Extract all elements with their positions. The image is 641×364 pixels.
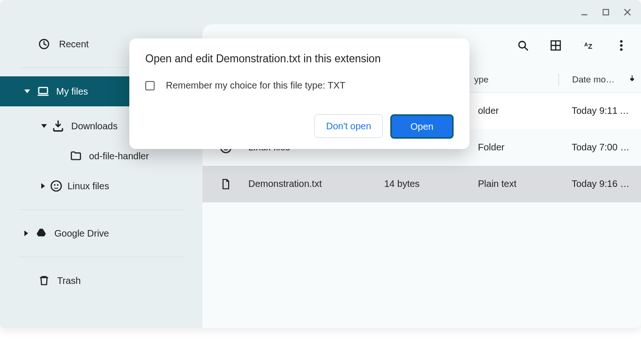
sidebar-item-linux-files[interactable]: Linux files <box>0 171 202 201</box>
window-titlebar <box>0 0 641 24</box>
column-date-label: Date mo… <box>572 74 615 85</box>
svg-point-7 <box>51 181 61 191</box>
file-date: Today 9:11 AM <box>572 105 641 116</box>
svg-line-11 <box>525 47 527 50</box>
sidebar-item-label: Google Drive <box>54 228 109 239</box>
view-grid-button[interactable] <box>549 39 562 52</box>
svg-point-18 <box>620 44 622 46</box>
chevron-right-icon <box>24 230 28 236</box>
sidebar-item-label: Downloads <box>71 121 118 132</box>
chevron-right-icon <box>41 183 45 189</box>
sidebar-item-label: My files <box>56 86 88 97</box>
svg-rect-5 <box>39 88 48 94</box>
trash-icon <box>37 274 51 287</box>
file-type: older <box>478 105 572 116</box>
sidebar-item-label: od-file-handler <box>89 151 149 162</box>
svg-point-8 <box>54 184 55 186</box>
sidebar-item-label: Linux files <box>67 181 109 192</box>
open-file-dialog: Open and edit Demonstration.txt in this … <box>129 38 470 149</box>
svg-point-17 <box>620 40 622 43</box>
dialog-title: Open and edit Demonstration.txt in this … <box>145 52 454 65</box>
sidebar-divider <box>19 209 184 210</box>
sort-descending-icon <box>628 74 636 85</box>
chevron-down-icon <box>41 124 47 128</box>
svg-point-10 <box>519 41 525 48</box>
window-close-button[interactable] <box>621 6 634 19</box>
file-date: Today 7:00 … <box>572 142 641 153</box>
file-date: Today 9:16 … <box>572 178 641 189</box>
sidebar-item-label: Recent <box>59 39 89 50</box>
column-type[interactable]: ype <box>474 74 559 85</box>
laptop-icon <box>37 85 50 98</box>
sidebar-item-label: Trash <box>57 275 81 286</box>
download-icon <box>52 119 65 133</box>
sort-button[interactable]: A Z <box>582 39 595 52</box>
window-maximize-button[interactable] <box>599 6 612 19</box>
open-button[interactable]: Open <box>390 114 454 139</box>
file-icon <box>219 178 232 191</box>
file-name: Demonstration.txt <box>248 178 384 189</box>
svg-text:Z: Z <box>588 42 592 50</box>
sidebar-item-google-drive[interactable]: Google Drive <box>0 218 202 248</box>
dialog-actions: Don't open Open <box>145 114 454 139</box>
window-minimize-button[interactable] <box>578 6 591 19</box>
file-size: 14 bytes <box>384 178 478 189</box>
svg-point-9 <box>57 184 59 186</box>
file-row-selected[interactable]: Demonstration.txt 14 bytes Plain text To… <box>202 166 641 202</box>
folder-icon <box>69 149 82 163</box>
sidebar-item-trash[interactable]: Trash <box>0 266 202 296</box>
remember-choice-checkbox[interactable] <box>145 81 155 90</box>
clock-icon <box>37 37 51 51</box>
file-type: Plain text <box>478 178 572 189</box>
svg-rect-1 <box>603 9 609 15</box>
svg-point-19 <box>620 48 622 51</box>
more-options-button[interactable] <box>615 39 628 52</box>
sidebar-divider <box>19 257 184 257</box>
svg-text:A: A <box>584 42 588 47</box>
search-button[interactable] <box>516 39 529 52</box>
linux-penguin-icon <box>50 179 63 193</box>
dont-open-button[interactable]: Don't open <box>314 114 383 138</box>
chevron-down-icon <box>24 89 30 93</box>
file-type: Folder <box>478 142 572 153</box>
files-app-window: Recent My files Downloads <box>0 0 641 328</box>
google-drive-icon <box>35 227 48 240</box>
remember-choice-label: Remember my choice for this file type: T… <box>166 80 345 91</box>
column-date-modified[interactable]: Date mo… <box>572 74 641 85</box>
column-separator <box>559 74 559 86</box>
remember-choice-row: Remember my choice for this file type: T… <box>145 80 454 91</box>
